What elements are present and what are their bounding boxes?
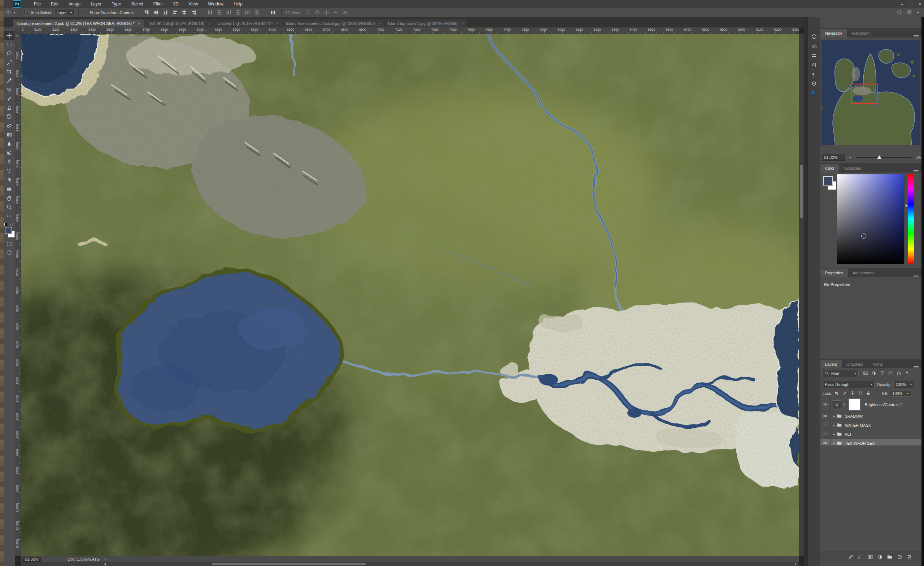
distribute-right-icon[interactable] [253, 9, 261, 16]
screen-mode-icon[interactable] [4, 248, 14, 257]
tab-properties[interactable]: Properties [820, 269, 848, 277]
distribute-left-icon[interactable] [234, 9, 242, 16]
align-left-edges-icon[interactable] [171, 9, 179, 16]
search-icon[interactable] [897, 9, 902, 16]
saturation-brightness-field[interactable] [837, 174, 904, 264]
lasso-tool-icon[interactable] [4, 49, 14, 58]
group-expand-chevron-icon[interactable]: ▸ [833, 432, 835, 436]
3d-roll-icon[interactable] [314, 9, 320, 16]
document-tab-3[interactable]: Untitled-1 @ 75,1% (RGB/8#) *× [214, 20, 282, 27]
panel-menu-icon[interactable] [914, 366, 919, 367]
3d-slide-icon[interactable] [333, 9, 339, 16]
3d-camera-icon[interactable] [342, 9, 348, 16]
lock-all-icon[interactable] [866, 390, 871, 396]
workspace-grid-icon[interactable] [907, 9, 912, 16]
zoom-in-mountains-icon[interactable] [916, 154, 921, 161]
visibility-toggle[interactable] [820, 421, 831, 429]
eraser-tool-icon[interactable] [4, 121, 14, 130]
blend-mode-dropdown[interactable]: Pass Through [823, 381, 874, 388]
add-mask-icon[interactable] [867, 554, 873, 561]
swap-colors-icon[interactable]: ⇄ [10, 223, 13, 226]
gradient-tool-icon[interactable] [4, 130, 14, 139]
new-group-icon[interactable] [887, 554, 892, 561]
tab-channels[interactable]: Channels [842, 360, 868, 369]
smart-object-filter-icon[interactable] [896, 371, 901, 377]
panel-menu-icon[interactable] [914, 170, 919, 171]
opacity-dropdown[interactable]: 100% [893, 381, 914, 388]
properties-sliders-icon[interactable] [808, 51, 820, 60]
group-expand-chevron-icon[interactable]: ▸ [833, 423, 835, 427]
zoom-tool-icon[interactable] [4, 203, 14, 212]
clone-source-icon[interactable] [808, 79, 820, 88]
menu-edit[interactable]: Edit [46, 0, 63, 8]
sponge-tool-icon[interactable] [4, 149, 14, 158]
tool-preset-caret-icon[interactable] [14, 12, 15, 14]
menu-file[interactable]: File [29, 0, 46, 8]
tab-layers[interactable]: Layers [820, 360, 842, 369]
creative-cloud-icon[interactable] [808, 88, 820, 98]
layer-row[interactable]: ▸ALT [820, 430, 921, 439]
history-brush-tool-icon[interactable] [4, 112, 14, 121]
lock-position-icon[interactable] [850, 390, 855, 396]
align-top-edges-icon[interactable] [143, 9, 151, 16]
menu-filter[interactable]: Filter [148, 0, 168, 8]
document-tab-2[interactable]: TEX 8K 2.tif @ 16,7% (RGB/16)× [144, 20, 214, 27]
auto-select-checkbox[interactable]: ✓ [24, 10, 28, 15]
align-horizontal-centers-icon[interactable] [180, 9, 188, 16]
move-tool-option-icon[interactable] [5, 9, 11, 16]
status-zoom-field[interactable]: 51,32% [22, 557, 41, 561]
show-transform-checkbox[interactable]: ✓ [82, 10, 87, 15]
crop-tool-icon[interactable] [4, 67, 14, 76]
navigator-thumbnail[interactable] [822, 40, 920, 145]
ellipsis-tool-icon[interactable] [4, 212, 14, 221]
document-tab-1[interactable]: Island pre settlement 2.psb @ 51,3% (TEX… [13, 20, 144, 27]
path-selection-tool-icon[interactable] [4, 176, 14, 185]
type-tool-icon[interactable] [4, 167, 14, 176]
clone-stamp-tool-icon[interactable] [4, 103, 14, 112]
lock-transparency-icon[interactable] [834, 390, 839, 396]
quick-mask-icon[interactable] [4, 239, 14, 248]
menu-window[interactable]: Window [203, 0, 229, 8]
vertical-ruler[interactable]: 0750076007700780079008000810082008300840… [15, 34, 21, 556]
group-expand-chevron-icon[interactable]: ▸ [833, 414, 835, 418]
workspace-caret-icon[interactable] [917, 12, 919, 14]
maximize-button[interactable]: □ [910, 2, 912, 6]
3d-pan-icon[interactable] [323, 9, 329, 16]
menu-image[interactable]: Image [63, 0, 86, 8]
adjustment-layer-filter-icon[interactable] [871, 371, 876, 377]
distribute-bottom-icon[interactable] [225, 9, 233, 16]
navigator-zoom-slider[interactable] [856, 157, 911, 158]
horizontal-ruler[interactable]: 0510052005300540055005600570058005900600… [21, 27, 799, 34]
panel-menu-icon[interactable] [914, 35, 919, 36]
navigator-zoom-field[interactable]: 51,32% [822, 155, 845, 161]
group-expand-chevron-icon[interactable]: ▸ [833, 441, 835, 445]
color-picker-circle[interactable] [861, 234, 866, 239]
layer-filter-dropdown[interactable]: Kind [823, 370, 859, 377]
layer-mask-thumbnail[interactable] [849, 399, 861, 410]
hue-slider[interactable] [908, 174, 914, 264]
foreground-color-swatch[interactable] [5, 227, 12, 234]
panel-menu-icon[interactable] [914, 275, 919, 275]
histogram-icon[interactable] [808, 41, 820, 51]
eyedropper-tool-icon[interactable] [4, 76, 14, 85]
hand-tool-icon[interactable] [4, 194, 14, 203]
distribute-spacing-icon[interactable] [269, 9, 277, 16]
character-panel-icon[interactable] [808, 60, 820, 69]
rectangle-shape-tool-icon[interactable] [4, 185, 14, 194]
tab-close-icon[interactable]: × [138, 22, 140, 26]
layer-effects-icon[interactable] [858, 554, 863, 561]
tab-close-icon[interactable]: × [378, 22, 380, 26]
layer-row[interactable]: ▸WATER MASK [820, 421, 921, 430]
default-colors-icon[interactable] [4, 223, 8, 226]
tab-swatches[interactable]: Swatches [839, 164, 866, 173]
menu-view[interactable]: View [184, 0, 203, 8]
layer-row[interactable]: ▸SHADOW [820, 412, 921, 421]
menu-select[interactable]: Select [126, 0, 148, 8]
info-icon[interactable] [808, 32, 820, 41]
visibility-toggle[interactable] [820, 412, 831, 420]
hue-slider-pointer[interactable] [906, 204, 908, 207]
align-right-edges-icon[interactable] [190, 9, 198, 16]
auto-select-dropdown[interactable]: Layer [54, 9, 75, 16]
tab-paths[interactable]: Paths [868, 360, 888, 369]
fill-dropdown[interactable]: 100% [890, 390, 911, 397]
